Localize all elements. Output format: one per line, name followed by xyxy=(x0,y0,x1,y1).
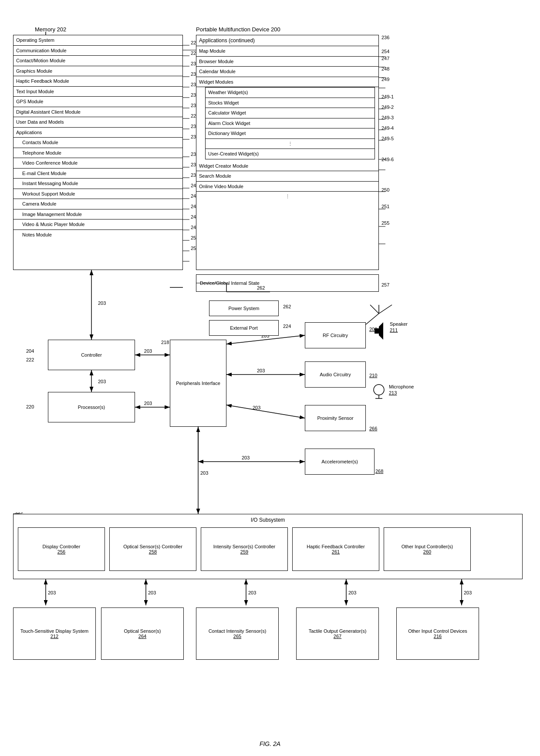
io-haptic-ctrl: Haptic Feedback Controller 261 xyxy=(292,527,379,571)
apps-ref-248: 248 xyxy=(381,66,389,71)
proximity-box: Proximity Sensor xyxy=(305,405,366,431)
optical-sensor-ref: 264 xyxy=(124,634,161,639)
svg-text:203: 203 xyxy=(257,368,265,373)
memory-row-graphics: Graphics Module xyxy=(14,66,182,77)
svg-marker-75 xyxy=(379,322,383,340)
apps-ellipsis: ⋮ xyxy=(196,192,378,202)
audio-box: Audio Circuitry xyxy=(305,361,366,388)
diagram-container: 203 203 203 203 203 203 203 203 203 206 xyxy=(0,0,540,756)
apps-ref-255: 255 xyxy=(381,220,389,226)
apps-ref-254: 254 xyxy=(381,49,389,54)
microphone-label: Microphone xyxy=(389,384,414,389)
memory-row-haptic: Haptic Feedback Module xyxy=(14,76,182,87)
svg-point-81 xyxy=(374,385,384,395)
svg-line-11 xyxy=(226,335,305,344)
optical-ctrl-label: Optical Sensor(s) Controller xyxy=(123,544,182,549)
other-input-ref: 216 xyxy=(408,634,467,639)
figure-label: FIG. 2A xyxy=(260,740,280,747)
memory-row-telephone: Telephone Module xyxy=(14,148,182,159)
io-other-ctrl: Other Input Controller(s) 260 xyxy=(384,527,471,571)
apps-ref-249-3: 249-3 xyxy=(381,115,394,120)
apps-continued-box: Applications (continued) Map Module Brow… xyxy=(196,35,379,270)
tactile-output-label: Tactile Output Generator(s) xyxy=(309,628,367,634)
io-display-ctrl: Display Controller 256 xyxy=(18,527,105,571)
speaker-ref: 211 xyxy=(390,327,398,333)
power-ref: 262 xyxy=(283,304,291,309)
power-system-box: Power System xyxy=(209,300,279,316)
apps-widget-creator: Widget Creator Module xyxy=(196,161,378,172)
widget-user-created: User-Created Widget(s) xyxy=(206,149,375,159)
widget-sub-box: Weather Widget(s) Stocks Widget Calculat… xyxy=(205,87,375,159)
controller-label: Controller xyxy=(81,352,102,358)
optical-sensor-label: Optical Sensor(s) xyxy=(124,628,161,634)
peripherals-ref: 218 xyxy=(161,340,169,345)
svg-text:203: 203 xyxy=(148,590,156,595)
apps-ref-251: 251 xyxy=(381,204,389,209)
device-state-ref: 257 xyxy=(381,282,389,287)
widget-stocks: Stocks Widget xyxy=(206,98,375,108)
contact-intensity-box: Contact Intensity Sensor(s) 265 xyxy=(196,608,279,660)
svg-text:203: 203 xyxy=(242,455,250,460)
apps-browser: Browser Module xyxy=(196,57,378,67)
tactile-output-box: Tactile Output Generator(s) 267 xyxy=(296,608,379,660)
audio-ref: 210 xyxy=(369,373,377,378)
svg-text:203: 203 xyxy=(253,405,260,410)
svg-text:203: 203 xyxy=(144,348,152,354)
apps-ref-247: 247 xyxy=(381,56,389,61)
other-ctrl-label: Other Input Controller(s) xyxy=(402,544,453,549)
memory-row-da: Digital Assistant Client Module xyxy=(14,107,182,118)
proximity-label: Proximity Sensor xyxy=(317,415,353,421)
apps-calendar: Calendar Module xyxy=(196,67,378,77)
apps-ref-249-1: 249-1 xyxy=(381,94,394,99)
memory-row-video-conf: Video Conference Module xyxy=(14,158,182,169)
intensity-ctrl-label: Intensity Sensor(s) Controller xyxy=(213,544,275,549)
apps-cont-header: Applications (continued) xyxy=(196,35,378,46)
svg-text:203: 203 xyxy=(98,300,106,306)
svg-line-15 xyxy=(226,405,305,418)
memory-row-text: Text Input Module xyxy=(14,87,182,97)
extport-ref: 224 xyxy=(283,324,291,329)
controller-box: Controller xyxy=(48,340,135,370)
speaker-label: Speaker xyxy=(390,321,408,327)
widget-alarm: Alarm Clock Widget xyxy=(206,118,375,129)
processor-ref: 220 xyxy=(26,404,34,409)
memory-row-email: E-mail Client Module xyxy=(14,169,182,179)
peripherals-box: Peripherals Interface xyxy=(170,340,226,427)
svg-text:203: 203 xyxy=(348,590,356,595)
memory-row-os: Operating System xyxy=(14,35,182,46)
apps-ref-249-5: 249-5 xyxy=(381,136,394,141)
apps-ref-236: 236 xyxy=(381,35,389,40)
accelerometer-label: Accelerometer(s) xyxy=(321,459,358,464)
svg-text:203: 203 xyxy=(98,379,106,384)
widget-dict: Dictionary Widget xyxy=(206,128,375,139)
svg-text:203: 203 xyxy=(464,590,472,595)
svg-line-78 xyxy=(379,305,392,314)
device-state-label: Device/Global Internal State xyxy=(200,280,260,286)
display-ctrl-label: Display Controller xyxy=(43,544,81,549)
touch-display-label: Touch-Sensitive Display System xyxy=(20,628,89,634)
memory-row-contact: Contact/Motion Module xyxy=(14,56,182,66)
apps-search: Search Module xyxy=(196,171,378,182)
controller-ref-222: 222 xyxy=(26,357,34,362)
haptic-ctrl-ref: 261 xyxy=(307,549,364,554)
memory-row-gps: GPS Module xyxy=(14,97,182,107)
intensity-ctrl-ref: 259 xyxy=(213,549,275,554)
processor-label: Processor(s) xyxy=(78,405,105,410)
other-input-label: Other Input Control Devices xyxy=(408,628,467,634)
touch-display-ref: 212 xyxy=(20,634,89,639)
svg-text:203: 203 xyxy=(248,590,256,595)
memory-row-camera: Camera Module xyxy=(14,199,182,209)
io-label: I/O Subsystem xyxy=(251,517,285,523)
svg-line-80 xyxy=(370,305,379,314)
microphone-ref: 213 xyxy=(389,390,397,395)
memory-row-comm: Communication Module xyxy=(14,46,182,56)
device-label: Portable Multifunction Device 200 xyxy=(196,26,280,33)
rf-box: RF Circuitry xyxy=(305,322,366,348)
controller-ref-204: 204 xyxy=(26,348,34,354)
processor-box: Processor(s) xyxy=(48,392,135,422)
svg-line-77 xyxy=(366,314,379,324)
widget-weather: Weather Widget(s) xyxy=(206,88,375,98)
memory-row-video-music: Video & Music Player Module xyxy=(14,219,182,230)
ext-port-box: External Port xyxy=(209,320,279,336)
contact-intensity-ref: 265 xyxy=(209,634,267,639)
